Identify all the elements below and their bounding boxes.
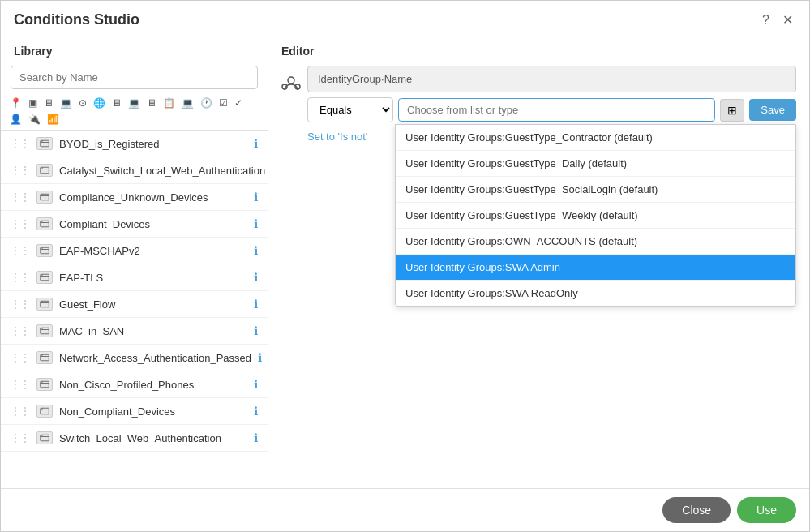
editor-controls: Equals Not Equals Starts With Contains ⊞… <box>307 97 796 122</box>
svg-rect-6 <box>41 194 49 200</box>
info-icon[interactable]: ℹ <box>254 191 258 204</box>
toolbar-icon-tick[interactable]: ✓ <box>232 96 245 110</box>
library-item[interactable]: ⋮⋮ EAP-TLS ℹ <box>1 264 268 291</box>
help-button[interactable]: ? <box>759 11 773 29</box>
toolbar-icon-circle[interactable]: ⊙ <box>76 96 89 110</box>
item-name: Non_Compliant_Devices <box>59 405 247 418</box>
close-footer-button[interactable]: Close <box>662 497 731 523</box>
svg-rect-24 <box>41 354 49 361</box>
dropdown-list: User Identity Groups:GuestType_Contracto… <box>395 124 796 307</box>
equals-select[interactable]: Equals Not Equals Starts With Contains <box>307 97 393 122</box>
info-icon[interactable]: ℹ <box>254 405 258 418</box>
item-icon <box>36 137 53 150</box>
info-icon[interactable]: ℹ <box>254 271 258 284</box>
item-name: Compliance_Unknown_Devices <box>59 191 247 204</box>
library-item[interactable]: ⋮⋮ Non_Cisco_Profiled_Phones ℹ <box>1 371 268 398</box>
toolbar-icon-clock[interactable]: 🕐 <box>198 96 215 110</box>
item-icon <box>36 324 53 337</box>
item-name: BYOD_is_Registered <box>59 138 247 150</box>
library-item[interactable]: ⋮⋮ Compliant_Devices ℹ <box>1 211 268 238</box>
close-button[interactable]: ✕ <box>779 11 796 29</box>
info-icon[interactable]: ℹ <box>254 431 258 444</box>
toolbar-icon-check[interactable]: ☑ <box>216 96 230 110</box>
svg-rect-12 <box>41 247 49 254</box>
toolbar-icon-user[interactable]: 👤 <box>7 112 24 127</box>
toolbar-icon-wifi[interactable]: 📶 <box>45 112 62 127</box>
toolbar-icon-screen[interactable]: 🖥 <box>109 96 124 110</box>
dropdown-item[interactable]: User Identity Groups:GuestType_SocialLog… <box>396 177 795 203</box>
drag-handle: ⋮⋮ <box>11 245 30 256</box>
dropdown-item[interactable]: User Identity Groups:GuestType_Daily (de… <box>396 151 795 177</box>
svg-point-36 <box>288 77 294 84</box>
info-icon[interactable]: ℹ <box>254 217 258 230</box>
toolbar-icon-doc[interactable]: 📋 <box>161 96 178 110</box>
icon-toolbar: 📍 ▣ 🖥 💻 ⊙ 🌐 🖥 💻 🖥 📋 💻 🕐 ☑ ✓ 👤 🔌 📶 <box>1 92 268 131</box>
svg-rect-3 <box>41 167 49 174</box>
toolbar-icon-desktop[interactable]: 💻 <box>58 96 75 110</box>
modal-footer: Close Use <box>1 488 809 531</box>
editor-title: Editor <box>281 45 796 58</box>
isnot-link[interactable]: Set to 'Is not' <box>307 131 367 143</box>
editor-row: IdentityGroup·Name Equals Not Equals Sta… <box>281 66 796 143</box>
dropdown-item[interactable]: User Identity Groups:SWA Admin <box>396 255 795 281</box>
library-item[interactable]: ⋮⋮ Network_Access_Authentication_Passed … <box>1 345 268 371</box>
dropdown-item[interactable]: User Identity Groups:GuestType_Contracto… <box>396 125 795 151</box>
toolbar-icon-square[interactable]: ▣ <box>26 96 40 110</box>
item-icon <box>36 191 53 204</box>
item-icon <box>36 244 53 257</box>
toolbar-icon-plug[interactable]: 🔌 <box>26 112 43 127</box>
toolbar-icon-globe[interactable]: 🌐 <box>91 96 108 110</box>
drag-handle: ⋮⋮ <box>11 165 30 176</box>
dropdown-item[interactable]: User Identity Groups:GuestType_Weekly (d… <box>396 203 795 229</box>
dropdown-item[interactable]: User Identity Groups:SWA ReadOnly <box>396 281 795 306</box>
info-icon[interactable]: ℹ <box>254 244 258 257</box>
item-icon <box>36 351 53 364</box>
toolbar-icon-laptop[interactable]: 💻 <box>126 96 143 110</box>
library-item[interactable]: ⋮⋮ Guest_Flow ℹ <box>1 291 268 318</box>
use-button[interactable]: Use <box>737 497 796 523</box>
drag-handle: ⋮⋮ <box>11 352 30 363</box>
item-icon <box>36 217 53 230</box>
library-item[interactable]: ⋮⋮ Switch_Local_Web_Authentication ℹ <box>1 425 268 452</box>
svg-rect-27 <box>41 381 49 388</box>
item-name: Non_Cisco_Profiled_Phones <box>59 379 247 391</box>
toolbar-icon-monitor[interactable]: 🖥 <box>41 96 56 110</box>
library-item[interactable]: ⋮⋮ BYOD_is_Registered ℹ <box>1 131 268 157</box>
library-item[interactable]: ⋮⋮ Compliance_Unknown_Devices ℹ <box>1 184 268 211</box>
choose-input[interactable] <box>398 98 715 122</box>
drag-handle: ⋮⋮ <box>11 432 30 444</box>
library-item[interactable]: ⋮⋮ MAC_in_SAN ℹ <box>1 318 268 345</box>
drag-handle: ⋮⋮ <box>11 272 30 283</box>
item-name: Compliant_Devices <box>59 218 247 230</box>
info-icon[interactable]: ℹ <box>254 137 258 150</box>
drag-handle: ⋮⋮ <box>11 298 30 310</box>
info-icon[interactable]: ℹ <box>254 298 258 311</box>
info-icon[interactable]: ℹ <box>254 324 258 337</box>
search-input[interactable] <box>11 66 258 89</box>
item-name: Switch_Local_Web_Authentication <box>59 432 247 444</box>
toolbar-icon-comp[interactable]: 💻 <box>179 96 196 110</box>
grid-icon-button[interactable]: ⊞ <box>720 99 744 122</box>
dropdown-item[interactable]: User Identity Groups:OWN_ACCOUNTS (defau… <box>396 229 795 255</box>
library-item[interactable]: ⋮⋮ Non_Compliant_Devices ℹ <box>1 398 268 425</box>
drag-handle: ⋮⋮ <box>11 138 30 149</box>
save-button[interactable]: Save <box>749 99 796 121</box>
item-name: Guest_Flow <box>59 298 247 311</box>
info-icon[interactable]: ℹ <box>254 378 258 391</box>
drag-handle: ⋮⋮ <box>11 218 30 230</box>
item-icon <box>36 164 53 177</box>
toolbar-icon-pc[interactable]: 🖥 <box>144 96 159 110</box>
item-name: EAP-TLS <box>59 272 247 284</box>
svg-rect-21 <box>41 328 49 334</box>
svg-rect-18 <box>41 301 49 307</box>
toolbar-icon-location[interactable]: 📍 <box>7 96 24 110</box>
editor-fields: IdentityGroup·Name Equals Not Equals Sta… <box>307 66 796 143</box>
item-name: Catalyst_Switch_Local_Web_Authentication <box>59 165 265 177</box>
info-icon[interactable]: ℹ <box>258 351 262 364</box>
item-name: MAC_in_SAN <box>59 325 247 337</box>
item-icon <box>36 271 53 284</box>
library-item[interactable]: ⋮⋮ Catalyst_Switch_Local_Web_Authenticat… <box>1 157 268 184</box>
item-icon <box>36 378 53 391</box>
svg-rect-0 <box>41 140 49 147</box>
library-item[interactable]: ⋮⋮ EAP-MSCHAPv2 ℹ <box>1 238 268 264</box>
